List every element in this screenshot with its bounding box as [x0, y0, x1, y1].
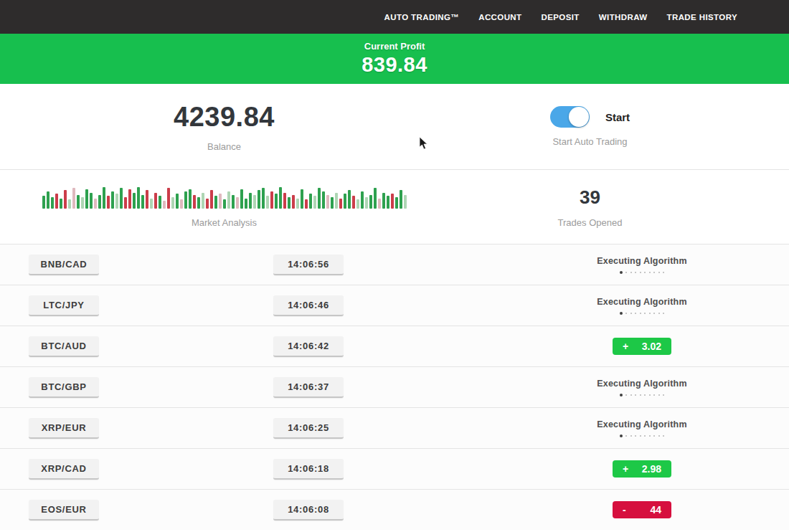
current-profit-label: Current Profit: [0, 41, 789, 52]
chart-bar: [266, 196, 269, 209]
nav-item-deposit[interactable]: DEPOSIT: [542, 13, 580, 22]
progress-dots: [524, 271, 760, 274]
progress-dot: [644, 394, 646, 396]
chart-bar: [245, 199, 247, 209]
pair-pill[interactable]: BTC/GBP: [29, 377, 99, 398]
chart-bar: [115, 194, 118, 209]
chart-bar: [240, 189, 243, 209]
trades-opened-label: Trades Opened: [558, 217, 623, 228]
chart-bar: [318, 188, 321, 209]
nav-item-withdraw[interactable]: WITHDRAW: [599, 13, 648, 22]
progress-dot: [620, 271, 623, 274]
auto-trading-page: AUTO TRADING™ACCOUNTDEPOSITWITHDRAWTRADE…: [0, 0, 789, 532]
chart-bar: [301, 189, 303, 209]
chart-bar: [77, 195, 80, 209]
chart-bar: [356, 199, 359, 209]
result-badge: +3.02: [613, 338, 671, 355]
pair-pill[interactable]: EOS/EUR: [29, 500, 99, 521]
progress-dot: [644, 313, 646, 314]
chart-bar: [279, 187, 282, 209]
pair-pill[interactable]: LTC/JPY: [29, 295, 99, 316]
result-badge: -44: [613, 501, 671, 518]
chart-bar: [189, 189, 192, 209]
auto-trading-caption: Start Auto Trading: [552, 136, 627, 147]
chart-bar: [369, 195, 372, 209]
progress-dot: [625, 313, 627, 314]
chart-bar: [275, 194, 278, 209]
chart-bar: [197, 197, 200, 209]
progress-dots: [524, 394, 760, 396]
progress-dot: [663, 394, 664, 396]
time-pill[interactable]: 14:06:42: [273, 336, 344, 357]
market-analysis-block: Market Analysis: [29, 170, 420, 244]
progress-dot: [649, 272, 651, 273]
progress-dot: [644, 272, 646, 273]
progress-dot: [625, 394, 627, 396]
chart-bar: [68, 199, 71, 209]
progress-dot: [630, 272, 632, 273]
chart-bar: [103, 187, 105, 209]
progress-dot: [625, 272, 627, 273]
chart-bar: [404, 195, 407, 209]
time-pill[interactable]: 14:06:56: [273, 255, 344, 275]
progress-dot: [653, 313, 655, 314]
auto-trading-block: Start Start Auto Trading: [420, 84, 760, 169]
chart-bar: [296, 199, 299, 209]
chart-bar: [365, 197, 368, 209]
chart-bar: [176, 194, 179, 209]
nav-item-trade-history[interactable]: TRADE HISTORY: [667, 13, 738, 22]
table-row: EOS/EUR 14:06:08 -44: [0, 489, 789, 530]
progress-dot: [663, 313, 664, 314]
progress-dot: [635, 313, 636, 314]
chart-bar: [391, 194, 394, 209]
time-pill[interactable]: 14:06:25: [273, 418, 344, 439]
progress-dot: [620, 394, 623, 396]
market-analysis-label: Market Analysis: [192, 217, 257, 228]
trade-status: Executing Algorithm: [524, 379, 760, 396]
progress-dot: [653, 272, 655, 273]
chart-bar: [137, 187, 140, 209]
chart-bar: [64, 190, 67, 209]
time-pill[interactable]: 14:06:18: [273, 459, 344, 480]
balance-section: 4239.84 Balance Start Start Auto Trading: [0, 84, 789, 170]
chart-bar: [141, 195, 144, 209]
progress-dot: [649, 435, 651, 437]
chart-bar: [98, 195, 101, 209]
chart-bar: [47, 191, 49, 209]
chart-bar: [42, 196, 45, 209]
nav-item-account[interactable]: ACCOUNT: [478, 13, 521, 22]
time-pill[interactable]: 14:06:46: [273, 295, 344, 316]
pair-pill[interactable]: XRP/EUR: [29, 418, 99, 439]
current-profit-banner: Current Profit 839.84: [0, 34, 789, 84]
progress-dot: [640, 435, 641, 437]
time-pill[interactable]: 14:06:37: [273, 377, 344, 398]
chart-bar: [232, 195, 235, 209]
toggle-start-label: Start: [605, 111, 630, 123]
progress-dot: [635, 394, 636, 396]
chart-bar: [180, 199, 183, 209]
chart-bar: [107, 196, 110, 209]
chart-bar: [395, 197, 398, 209]
pair-pill[interactable]: BTC/AUD: [29, 336, 99, 357]
auto-trading-toggle[interactable]: [550, 106, 590, 128]
progress-dot: [630, 435, 632, 437]
progress-dot: [653, 394, 655, 396]
chart-bar: [90, 193, 93, 209]
pair-pill[interactable]: XRP/CAD: [29, 459, 99, 480]
progress-dot: [658, 435, 660, 437]
nav-item-auto-trading[interactable]: AUTO TRADING™: [384, 13, 460, 22]
chart-bar: [361, 191, 364, 209]
progress-dots: [524, 434, 760, 437]
progress-dot: [640, 394, 641, 396]
chart-bar: [292, 195, 295, 209]
pair-pill[interactable]: BNB/CAD: [29, 255, 99, 275]
progress-dot: [649, 313, 651, 314]
top-nav: AUTO TRADING™ACCOUNTDEPOSITWITHDRAWTRADE…: [0, 0, 789, 34]
chart-bar: [348, 190, 351, 209]
progress-dot: [640, 313, 641, 314]
time-pill[interactable]: 14:06:08: [273, 500, 344, 521]
progress-dot: [640, 272, 641, 273]
chart-bar: [210, 190, 213, 209]
chart-bar: [331, 197, 334, 209]
balance-block: 4239.84 Balance: [29, 84, 420, 169]
